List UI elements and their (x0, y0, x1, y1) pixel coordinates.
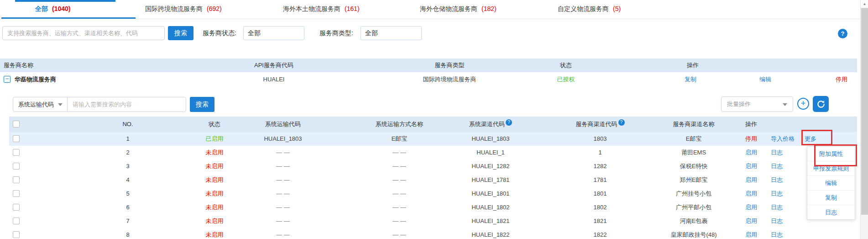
menu-item-declare-invoice-rule[interactable]: 申报发票规则 (807, 161, 855, 176)
collapse-icon[interactable]: − (4, 76, 10, 83)
menu-item-log[interactable]: 日志 (807, 205, 855, 219)
more-actions-menu: 附加属性 申报发票规则 编辑 复制 日志 (807, 146, 855, 220)
refresh-button[interactable] (813, 96, 829, 112)
table-row: 7 未启用 — — — — HUALEI_1821 1821 河南E包裹 启用 … (0, 214, 868, 228)
cell-transport-name: — — (347, 159, 452, 173)
cell-transport-code: — — (237, 159, 329, 173)
tab-label: 海外本土物流服务商 (283, 5, 340, 13)
cell-transport-name: — — (347, 214, 452, 228)
disable-link[interactable]: 停用 (836, 72, 847, 87)
disable-link[interactable]: 停用 (745, 132, 757, 146)
row-checkbox[interactable] (13, 176, 20, 183)
search-type-value: 系统运输代码 (18, 97, 54, 112)
col-provider-channel-code-label: 服务商渠道代码 (576, 117, 617, 132)
log-link[interactable]: 日志 (771, 146, 783, 159)
cell-provider-code: 1803 (554, 132, 646, 146)
cell-channel-code: HUALEI_1781 (445, 173, 536, 187)
channel-search-group: 系统运输代码 (13, 97, 186, 112)
col-provider-channel-code: 服务商渠道代码 ? (554, 117, 646, 132)
cell-channel-name: 河南E包裹 (639, 214, 748, 228)
type-filter-select[interactable] (361, 26, 422, 40)
question-mini-icon[interactable]: ? (506, 119, 512, 126)
tab-label: 自定义物流服务商 (558, 5, 609, 13)
log-link[interactable]: 日志 (771, 228, 783, 239)
select-all-checkbox[interactable] (13, 121, 20, 127)
help-icon[interactable]: ? (838, 29, 847, 38)
row-checkbox[interactable] (13, 231, 20, 238)
enable-link[interactable]: 启用 (745, 214, 757, 228)
log-link[interactable]: 日志 (771, 214, 783, 228)
status-filter-select[interactable] (243, 26, 304, 40)
col-provider-name: 服务商名称 (4, 58, 33, 72)
row-checkbox[interactable] (13, 135, 20, 142)
cell-channel-code: HUALEI_1282 (445, 159, 536, 173)
search-type-select[interactable]: 系统运输代码 (13, 97, 68, 112)
row-checkbox[interactable] (13, 218, 20, 224)
log-link[interactable]: 日志 (771, 201, 783, 214)
enable-link[interactable]: 启用 (745, 173, 757, 187)
vertical-scrollbar[interactable]: ▲ (860, 0, 868, 239)
tab-cross-border[interactable]: 国际跨境物流服务商 (692) (145, 5, 222, 13)
search-button[interactable]: 搜索 (168, 26, 193, 40)
scroll-up-icon[interactable]: ▲ (861, 0, 868, 8)
tab-count: (692) (207, 5, 222, 13)
enable-link[interactable]: 启用 (745, 201, 757, 214)
row-checkbox[interactable] (13, 190, 20, 197)
menu-item-copy[interactable]: 复制 (807, 191, 855, 205)
cell-transport-code: — — (237, 201, 329, 214)
enable-link[interactable]: 启用 (745, 187, 757, 201)
cell-no: 6 (82, 201, 173, 214)
tab-custom[interactable]: 自定义物流服务商 (5) (558, 5, 621, 13)
cell-provider-code: 1282 (554, 159, 646, 173)
edit-link[interactable]: 编辑 (759, 72, 771, 87)
menu-item-edit[interactable]: 编辑 (807, 176, 855, 191)
cell-no: 4 (82, 173, 173, 187)
tab-count: (182) (481, 5, 497, 13)
channel-search-button[interactable]: 搜索 (190, 97, 214, 112)
cell-channel-name: 皇家邮政挂号(48) (639, 228, 748, 239)
cell-no: 2 (82, 146, 173, 159)
enable-link[interactable]: 启用 (745, 146, 757, 159)
provider-row: − 华磊物流服务商 HUALEI 国际跨境物流服务商 已授权 复制 编辑 停用 (0, 72, 868, 87)
log-link[interactable]: 日志 (771, 159, 783, 173)
cell-channel-code: HUALEI_1803 (445, 132, 536, 146)
table-row: 8 未启用 — — — — HUALEI_1822 1822 皇家邮政挂号(48… (0, 228, 868, 239)
scrollbar-thumb[interactable] (861, 8, 868, 215)
question-mini-icon[interactable]: ? (618, 119, 625, 126)
cell-transport-name: — — (347, 228, 452, 239)
cell-channel-name: 莆田EMS (639, 146, 748, 159)
log-link[interactable]: 日志 (771, 173, 783, 187)
cell-channel-code: HUALEI_1802 (445, 201, 536, 214)
tab-overseas-warehouse[interactable]: 海外仓储物流服务商 (182) (420, 5, 497, 13)
cell-channel-name: 保税E特快 (639, 159, 748, 173)
tab-overseas-local[interactable]: 海外本土物流服务商 (161) (283, 5, 360, 13)
cell-channel-code: HUALEI_1821 (445, 214, 536, 228)
import-price-link[interactable]: 导入价格 (771, 132, 795, 146)
top-accent-line (15, 0, 115, 2)
row-checkbox[interactable] (13, 149, 20, 156)
cell-transport-code: — — (237, 187, 329, 201)
cell-no: 3 (82, 159, 173, 173)
tab-all[interactable]: 全部 (1040) (35, 5, 70, 13)
cell-provider-code: 1781 (554, 173, 646, 187)
row-checkbox[interactable] (13, 163, 20, 170)
cell-provider-code: 1821 (554, 214, 646, 228)
table-row: 5 未启用 — — — — HUALEI_1801 1801 广州挂号小包 启用… (0, 187, 868, 201)
col-channel-code: 系统渠道代码 ? (445, 117, 536, 132)
chevron-down-icon (783, 103, 787, 106)
add-channel-button[interactable]: + (797, 98, 809, 110)
enable-link[interactable]: 启用 (745, 159, 757, 173)
provider-type: 国际跨境物流服务商 (404, 72, 495, 87)
batch-operation-select[interactable]: 批量操作 (721, 96, 793, 112)
col-no: NO. (82, 117, 173, 132)
enable-link[interactable]: 启用 (745, 228, 757, 239)
search-input[interactable] (2, 26, 165, 40)
channel-search-input[interactable] (68, 97, 191, 112)
copy-link[interactable]: 复制 (685, 72, 696, 87)
cell-channel-name: E邮宝 (639, 132, 748, 146)
status-filter-label: 服务商状态: (203, 26, 236, 40)
more-link[interactable]: 更多 (805, 132, 816, 146)
log-link[interactable]: 日志 (771, 187, 783, 201)
menu-item-extra-attributes[interactable]: 附加属性 (807, 147, 855, 161)
row-checkbox[interactable] (13, 204, 20, 211)
